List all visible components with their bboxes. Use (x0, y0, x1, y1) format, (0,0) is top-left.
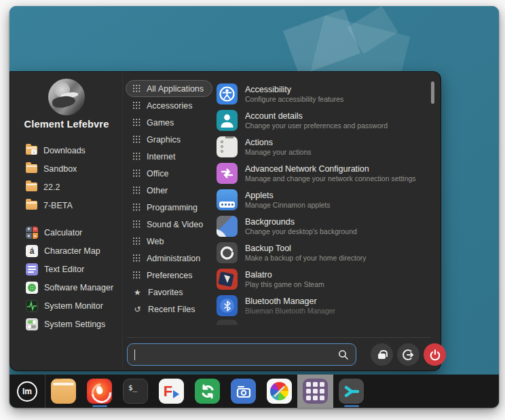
category-item-administration[interactable]: Administration (126, 250, 212, 267)
recent-icon: ↺ (133, 305, 142, 313)
launcher-firefox[interactable] (81, 375, 117, 408)
applets-icon (217, 189, 238, 210)
grid-icon (133, 136, 141, 143)
sidebar-item-label: System Settings (44, 320, 105, 329)
app-description: Manage Cinnamon applets (245, 201, 331, 210)
actions-icon (217, 136, 238, 157)
sidebar-item-downloads[interactable]: ↓ Downloads (10, 141, 123, 159)
running-indicator (344, 405, 359, 407)
category-item-all-applications[interactable]: All Applications (126, 80, 212, 97)
sidebar-item-22-2[interactable]: 22.2 (10, 178, 123, 196)
category-item-accessories[interactable]: Accessories (126, 97, 212, 114)
category-label: Administration (147, 254, 200, 263)
text-editor-icon (26, 263, 38, 275)
category-label: Recent Files (148, 305, 195, 314)
category-label: Web (147, 237, 164, 246)
grid-icon (133, 237, 141, 245)
character-map-icon: á (26, 245, 38, 257)
category-label: Graphics (147, 135, 181, 145)
category-label: Programming (147, 203, 198, 212)
search-input[interactable] (136, 349, 338, 360)
user-name: Clement Lefebvre (10, 119, 123, 130)
launcher-warpinator[interactable] (333, 375, 369, 408)
category-label: Preferences (147, 271, 192, 280)
grid-icon (133, 170, 141, 177)
grid-icon (133, 102, 141, 109)
account-icon (217, 110, 238, 131)
launcher-files[interactable] (45, 375, 81, 408)
bluetooth-icon (217, 295, 238, 316)
category-label: Other (147, 186, 168, 195)
sidebar-places: ↓ Downloads Sandbox 22.2 7-BETA (10, 141, 123, 214)
category-item-programming[interactable]: Programming (126, 199, 212, 216)
lock-button[interactable] (371, 343, 393, 366)
sidebar-item-label: Calculator (44, 228, 82, 237)
category-item-internet[interactable]: Internet (126, 148, 212, 165)
launcher-terminal[interactable]: $_ (117, 375, 153, 408)
terminal-icon: $_ (123, 379, 148, 404)
app-item-applets[interactable]: Applets Manage Cinnamon applets (214, 187, 432, 213)
category-item-recent-files[interactable]: ↺ Recent Files (126, 301, 212, 318)
launcher-software-store[interactable]: F (153, 375, 189, 408)
sidebar-item-label: Software Manager (44, 283, 113, 292)
app-name: Backup Tool (245, 244, 367, 254)
app-list-scrollbar[interactable] (431, 81, 434, 104)
launcher-group: $_ F (45, 375, 369, 408)
category-item-preferences[interactable]: Preferences (126, 267, 212, 284)
calculator-icon: +−×= (26, 227, 38, 239)
category-item-sound-video[interactable]: Sound & Video (126, 216, 212, 233)
app-item-partial (217, 320, 238, 325)
category-label: Internet (147, 152, 175, 161)
backup-icon (217, 242, 238, 263)
app-item-advanced-network-configuration[interactable]: Advanced Network Configuration Manage an… (214, 160, 432, 187)
app-item-actions[interactable]: Actions Manage your actions (214, 134, 432, 160)
search-icon (338, 349, 349, 360)
app-item-accessibility[interactable]: Accessibility Configure accessibility fe… (214, 81, 432, 107)
menu-button[interactable]: lm (10, 375, 45, 408)
text-caret (134, 349, 135, 360)
category-item-web[interactable]: Web (126, 233, 212, 250)
category-item-graphics[interactable]: Graphics (126, 131, 212, 148)
system-monitor-icon (26, 300, 38, 312)
logout-button[interactable] (397, 343, 419, 366)
sidebar-item-text-editor[interactable]: Text Editor (10, 260, 123, 278)
category-label: Sound & Video (147, 220, 203, 229)
sidebar-item-software-manager[interactable]: Software Manager (10, 278, 123, 297)
sidebar-item-character-map[interactable]: á Character Map (10, 242, 123, 260)
user-avatar[interactable] (48, 79, 85, 115)
app-grid-icon (303, 379, 328, 404)
launcher-app-grid[interactable] (297, 375, 333, 408)
update-manager-icon (195, 379, 220, 404)
category-item-office[interactable]: Office (126, 165, 212, 182)
category-item-other[interactable]: Other (126, 182, 212, 199)
sidebar-item-system-settings[interactable]: System Settings (10, 315, 123, 333)
app-description: Change your user preferences and passwor… (245, 121, 388, 130)
launcher-drawing[interactable] (261, 375, 297, 408)
category-list: All Applications Accessories Games Graph… (126, 80, 212, 318)
app-item-account-details[interactable]: Account details Change your user prefere… (214, 107, 432, 134)
search-bar[interactable] (127, 343, 356, 366)
sidebar-item-label: System Monitor (44, 301, 103, 311)
app-item-bluetooth-manager[interactable]: Bluetooth Manager Blueman Bluetooth Mana… (214, 292, 432, 319)
sidebar-item-label: 22.2 (43, 183, 60, 192)
sidebar-item-sandbox[interactable]: Sandbox (10, 159, 123, 178)
sidebar-item-calculator[interactable]: +−×= Calculator (10, 223, 123, 242)
app-description: Play this game on Steam (245, 280, 324, 289)
launcher-update-manager[interactable] (189, 375, 225, 408)
sidebar-item-7-beta[interactable]: 7-BETA (10, 196, 123, 214)
sidebar-item-label: Sandbox (43, 164, 77, 174)
app-item-backup-tool[interactable]: Backup Tool Make a backup of your home d… (214, 240, 432, 266)
app-item-balatro[interactable]: Balatro Play this game on Steam (214, 266, 432, 292)
sidebar-shortcuts: +−×= Calculator á Character Map Text Edi… (10, 223, 123, 333)
application-list: Accessibility Configure accessibility fe… (214, 81, 432, 319)
app-name: Balatro (245, 270, 324, 280)
power-button[interactable] (424, 343, 446, 366)
category-item-games[interactable]: Games (126, 114, 212, 131)
sidebar-item-system-monitor[interactable]: System Monitor (10, 297, 123, 315)
app-item-backgrounds[interactable]: Backgrounds Change your desktop's backgr… (214, 213, 432, 240)
launcher-screenshot[interactable] (225, 375, 261, 408)
app-description: Make a backup of your home directory (245, 254, 367, 263)
firefox-icon (87, 379, 112, 404)
sidebar-item-label: Downloads (43, 146, 86, 155)
category-item-favorites[interactable]: ★ Favorites (126, 284, 212, 301)
